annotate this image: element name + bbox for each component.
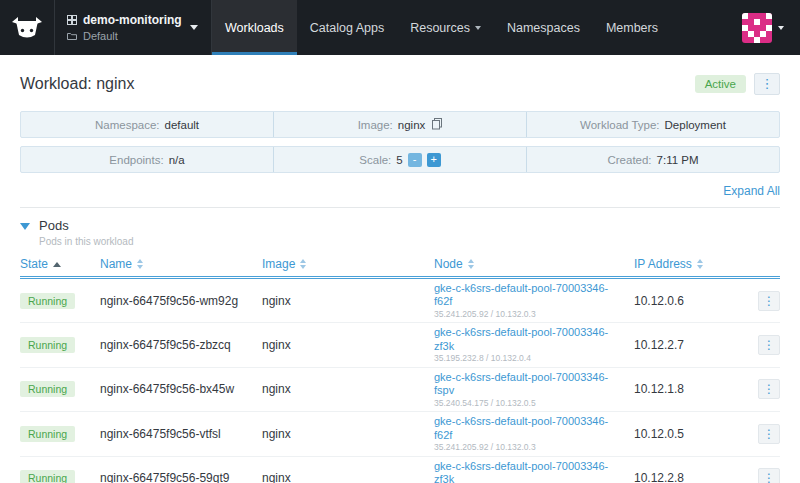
pod-name: nginx-66475f9c56-bx45w xyxy=(100,382,262,396)
endpoints-cell: Endpoints: n/a xyxy=(21,147,274,172)
pod-name: nginx-66475f9c56-wm92g xyxy=(100,294,262,308)
nav-item-members[interactable]: Members xyxy=(593,0,671,55)
pod-menu-button[interactable]: ⋮ xyxy=(758,379,780,399)
nav-label: Workloads xyxy=(225,21,284,35)
pod-image: nginx xyxy=(262,382,434,396)
image-value: nginx xyxy=(398,119,426,131)
pods-section-title: Pods xyxy=(39,218,134,233)
pod-menu-button[interactable]: ⋮ xyxy=(758,424,780,444)
pod-name: nginx-66475f9c56-vtfsl xyxy=(100,427,262,441)
table-row: Running nginx-66475f9c56-zbzcq nginx gke… xyxy=(20,323,780,367)
page-header: Workload: nginx Active ⋮ xyxy=(20,73,780,95)
column-label: Node xyxy=(434,257,463,271)
scale-cell: Scale: 5 - + xyxy=(274,147,527,172)
project-name: Default xyxy=(83,30,118,42)
info-bar-top: Namespace: default Image: nginx Workload… xyxy=(20,111,780,138)
node-ip-addresses: 35.241.205.92 / 10.132.0.3 xyxy=(434,310,624,320)
node-ip-addresses: 35.240.54.175 / 10.132.0.5 xyxy=(434,399,624,409)
cluster-name: demo-monitoring xyxy=(83,13,182,27)
column-label: Name xyxy=(100,257,132,271)
pod-state-badge: Running xyxy=(20,293,75,309)
pods-section-header: Pods Pods in this workload xyxy=(20,207,780,249)
table-row: Running nginx-66475f9c56-59qt9 nginx gke… xyxy=(20,457,780,483)
table-row: Running nginx-66475f9c56-bx45w nginx gke… xyxy=(20,368,780,412)
pod-state-badge: Running xyxy=(20,337,75,353)
image-label: Image: xyxy=(358,119,393,131)
endpoints-value: n/a xyxy=(169,154,185,166)
page-title: Workload: nginx xyxy=(20,75,134,93)
nav-item-workloads[interactable]: Workloads xyxy=(212,0,297,55)
info-bar-bottom: Endpoints: n/a Scale: 5 - + Created: 7:1… xyxy=(20,146,780,173)
chevron-down-icon xyxy=(778,26,784,30)
node-ip-addresses: 35.195.232.8 / 10.132.0.4 xyxy=(434,354,624,364)
workload-menu-button[interactable]: ⋮ xyxy=(754,73,780,95)
column-header-ip[interactable]: IP Address xyxy=(634,257,748,271)
workload-type-label: Workload Type: xyxy=(580,119,659,131)
pod-ip-address: 10.12.2.8 xyxy=(634,471,748,483)
sort-icon xyxy=(697,259,703,269)
workload-type-cell: Workload Type: Deployment xyxy=(527,112,779,137)
node-link[interactable]: gke-c-k6srs-default-pool-70003346-zf3k xyxy=(434,326,608,351)
chevron-down-icon xyxy=(190,25,198,30)
cluster-project-switcher[interactable]: demo-monitoring Default xyxy=(54,0,212,55)
image-cell: Image: nginx xyxy=(274,112,527,137)
namespace-value: default xyxy=(165,119,200,131)
column-header-name[interactable]: Name xyxy=(100,257,262,271)
column-label: State xyxy=(20,257,48,271)
sort-icon xyxy=(468,259,474,269)
nav-item-namespaces[interactable]: Namespaces xyxy=(494,0,593,55)
nav-item-resources[interactable]: Resources xyxy=(397,0,494,55)
pod-name: nginx-66475f9c56-59qt9 xyxy=(100,471,262,483)
table-row: Running nginx-66475f9c56-vtfsl nginx gke… xyxy=(20,412,780,456)
nav-item-catalog-apps[interactable]: Catalog Apps xyxy=(297,0,397,55)
avatar xyxy=(742,13,772,43)
column-label: IP Address xyxy=(634,257,692,271)
pod-menu-button[interactable]: ⋮ xyxy=(758,468,780,483)
nav-label: Namespaces xyxy=(507,21,580,35)
pod-menu-button[interactable]: ⋮ xyxy=(758,335,780,355)
scale-value: 5 xyxy=(396,154,402,166)
pod-menu-button[interactable]: ⋮ xyxy=(758,291,780,311)
pod-image: nginx xyxy=(262,427,434,441)
pods-section-subtitle: Pods in this workload xyxy=(39,236,134,247)
pod-image: nginx xyxy=(262,471,434,483)
pod-ip-address: 10.12.0.6 xyxy=(634,294,748,308)
pod-image: nginx xyxy=(262,294,434,308)
created-label: Created: xyxy=(607,154,651,166)
pods-table-header: State Name Image Node IP Address xyxy=(20,249,780,279)
created-value: 7:11 PM xyxy=(657,154,699,166)
pod-state-badge: Running xyxy=(20,381,75,397)
scale-increase-button[interactable]: + xyxy=(427,153,441,167)
status-badge: Active xyxy=(695,75,746,93)
node-ip-addresses: 35.241.205.92 / 10.132.0.3 xyxy=(434,443,624,453)
collapse-pods-icon[interactable] xyxy=(20,223,30,230)
nav-label: Members xyxy=(606,21,658,35)
column-header-image[interactable]: Image xyxy=(262,257,434,271)
main-nav: Workloads Catalog Apps Resources Namespa… xyxy=(212,0,671,55)
table-row: Running nginx-66475f9c56-wm92g nginx gke… xyxy=(20,279,780,323)
pod-ip-address: 10.12.0.5 xyxy=(634,427,748,441)
user-menu[interactable] xyxy=(742,0,800,55)
column-header-node[interactable]: Node xyxy=(434,257,634,271)
scale-decrease-button[interactable]: - xyxy=(408,153,422,167)
cow-icon xyxy=(10,15,44,41)
nav-label: Catalog Apps xyxy=(310,21,384,35)
namespace-label: Namespace: xyxy=(95,119,160,131)
node-link[interactable]: gke-c-k6srs-default-pool-70003346-f62f xyxy=(434,415,608,440)
pod-ip-address: 10.12.2.7 xyxy=(634,338,748,352)
node-link[interactable]: gke-c-k6srs-default-pool-70003346-zf3k xyxy=(434,460,608,483)
pod-name: nginx-66475f9c56-zbzcq xyxy=(100,338,262,352)
expand-all-link[interactable]: Expand All xyxy=(723,184,780,198)
sort-ascending-icon xyxy=(53,262,61,267)
chevron-down-icon xyxy=(475,26,481,30)
rancher-logo[interactable] xyxy=(0,0,54,55)
sort-icon xyxy=(300,259,306,269)
endpoints-label: Endpoints: xyxy=(109,154,163,166)
copy-icon[interactable] xyxy=(432,118,442,132)
pod-state-badge: Running xyxy=(20,470,75,483)
node-link[interactable]: gke-c-k6srs-default-pool-70003346-fspv xyxy=(434,371,608,396)
nav-label: Resources xyxy=(410,21,470,35)
sort-icon xyxy=(137,259,143,269)
node-link[interactable]: gke-c-k6srs-default-pool-70003346-f62f xyxy=(434,282,608,307)
column-header-state[interactable]: State xyxy=(20,257,100,271)
